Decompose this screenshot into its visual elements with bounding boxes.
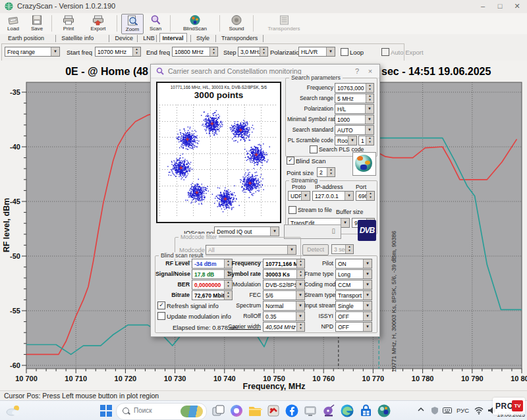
tab-lnb[interactable]: LNB <box>140 34 157 42</box>
rdp-icon[interactable] <box>303 404 318 418</box>
transponders-button[interactable]: Transponders <box>258 14 310 33</box>
stream-type-select[interactable]: Transport▼ <box>335 290 372 300</box>
pl-scramble-code-value-input[interactable]: 1▲▼ <box>358 136 374 145</box>
detect-interval-input[interactable]: 3 sec▲▼ <box>331 244 354 254</box>
spinner-buttons[interactable]: ▲▼ <box>209 47 217 56</box>
spinner-buttons[interactable]: ▲▼ <box>132 47 140 56</box>
spectrum-select[interactable]: Normal▼ <box>263 301 305 311</box>
constellation-points-count: 3000 points <box>157 90 280 100</box>
tab-transponders[interactable]: Transponders <box>219 34 260 42</box>
crazyscan-icon[interactable] <box>266 404 281 418</box>
frequency-input[interactable]: 10763,000 MHz▲▼ <box>335 83 374 93</box>
crazycat-icon[interactable] <box>377 404 391 418</box>
blind-scan-label: Blind Scan <box>296 157 325 165</box>
fec-select[interactable]: 5/6▼ <box>263 290 305 300</box>
auto-export-checkbox[interactable] <box>381 48 389 56</box>
modcode-select[interactable]: All▼ <box>206 245 296 255</box>
input-stream-select[interactable]: Single▼ <box>335 301 372 311</box>
wifi-icon[interactable] <box>474 406 484 416</box>
group-legend: Streaming <box>289 177 319 184</box>
loop-checkbox[interactable] <box>341 48 348 56</box>
tab-separator <box>190 35 191 42</box>
freq-range-select[interactable]: Freq range▼ <box>5 47 60 57</box>
keyboard-icon[interactable] <box>443 406 452 416</box>
tray-shield-icon[interactable] <box>431 406 440 416</box>
tab-interval[interactable]: Interval <box>159 33 187 42</box>
search-range-input[interactable]: 5 MHz▲▼ <box>335 93 374 103</box>
window-titlebar: CrazyScan - Version 1.0.2.190 – □ ✕ <box>0 0 527 14</box>
close-button[interactable]: ✕ <box>510 1 524 12</box>
ip-address-select[interactable]: 127.0.0.1▼ <box>312 191 354 201</box>
maximize-button[interactable]: □ <box>493 1 507 12</box>
copilot-icon[interactable] <box>229 404 244 418</box>
crazycat-icon-button[interactable] <box>352 152 376 176</box>
explorer-icon[interactable] <box>248 404 262 418</box>
update-modulation-checkbox[interactable] <box>157 312 165 320</box>
frame-type-select[interactable]: Long▼ <box>335 269 372 279</box>
constellation-header: 10771,166 MHz, H/L, 30003 Ks, DVB-S2/8PS… <box>157 85 280 90</box>
carrier-search-dialog: Carrier search and Constellation monitor… <box>150 64 380 337</box>
proto-select[interactable]: UDP▼ <box>288 191 310 201</box>
polarization-select[interactable]: H/L▼ <box>335 104 374 114</box>
rolloff-select[interactable]: 0.35▼ <box>263 311 305 321</box>
load-button[interactable]: Load <box>3 14 24 33</box>
taskview-icon[interactable] <box>211 404 225 418</box>
symbol-rate-input[interactable]: 30003 Ks▲▼ <box>263 269 305 279</box>
stream-to-file-checkbox[interactable] <box>289 206 296 214</box>
save-button[interactable]: Save <box>26 14 47 33</box>
store-icon[interactable] <box>358 404 373 418</box>
tab-satellite-info[interactable]: Satellite info <box>59 34 96 42</box>
end-freq-input[interactable]: 10800 MHz▲▼ <box>172 47 218 57</box>
refresh-signal-checkbox[interactable]: ✓ <box>157 302 165 309</box>
svg-text:-50: -50 <box>10 252 20 260</box>
polarization-select[interactable]: HL/VR▼ <box>298 47 335 57</box>
scan-button[interactable]: Scan <box>145 14 166 33</box>
satellite-icon[interactable] <box>321 404 336 418</box>
dvb-logo: DVB <box>358 220 376 241</box>
search-input[interactable]: Поиск <box>116 403 207 420</box>
protv-promo-overlay[interactable]: PRO TV <box>493 398 525 415</box>
result-label: Spectrum <box>217 302 261 309</box>
tab-device[interactable]: Device <box>112 34 136 42</box>
pilot-select[interactable]: ON▼ <box>335 259 372 269</box>
search-pls-checkbox[interactable] <box>310 145 318 153</box>
blind-scan-checkbox[interactable]: ✓ <box>287 157 294 165</box>
minimal-symbol-rate-select[interactable]: 1000▼ <box>335 115 374 124</box>
iqscan-select[interactable]: Demod IQ out▼ <box>214 226 279 236</box>
start-freq-input[interactable]: 10700 MHz▲▼ <box>95 47 141 57</box>
sound-button[interactable]: Sound <box>224 14 249 33</box>
language-indicator[interactable]: РУС <box>457 407 469 414</box>
pl-scramble-code-select[interactable]: Root▼ <box>335 136 357 145</box>
tab-earth-position[interactable]: Earth position <box>5 34 47 42</box>
edge-icon[interactable] <box>340 404 354 418</box>
carrier-width-input[interactable]: 40,504 MHz▲▼ <box>263 322 305 332</box>
facebook-icon[interactable] <box>285 404 299 418</box>
start-icon[interactable] <box>99 404 113 418</box>
svg-text:10 740: 10 740 <box>213 375 236 382</box>
dialog-close-button[interactable]: × <box>365 66 375 76</box>
step-input[interactable]: 3,0 MHz▲▼ <box>238 47 268 57</box>
npd-select[interactable]: OFF▼ <box>335 322 372 332</box>
coding-mode-select[interactable]: CCM▼ <box>335 280 372 290</box>
zoom-button[interactable]: Zoom <box>121 14 144 34</box>
point-size-input[interactable]: 2▲▼ <box>317 167 335 177</box>
port-input[interactable]: 6969▲▼ <box>356 191 375 201</box>
modulation-select[interactable]: DVB-S2/8PSK▼ <box>263 280 305 290</box>
blindscan-button[interactable]: BlindScan <box>175 14 215 33</box>
spinner-buttons[interactable]: ▲▼ <box>327 168 335 176</box>
chevron-up-icon[interactable] <box>417 406 426 416</box>
search-standard-select[interactable]: AUTO▼ <box>335 125 374 135</box>
minimize-button[interactable]: – <box>476 1 490 12</box>
print-button[interactable]: Print <box>56 14 81 33</box>
end-freq-label: End freq <box>146 49 170 56</box>
export-button[interactable]: Export <box>84 14 113 33</box>
spinner-buttons[interactable]: ▲▼ <box>260 47 267 56</box>
search-highlight-image[interactable] <box>180 406 203 417</box>
frequency-input[interactable]: 10771,166 MH▲▼ <box>263 259 305 269</box>
detect-button[interactable]: Detect <box>302 244 329 255</box>
search-parameters-group: Search parameters Frequency10763,000 MHz… <box>285 78 377 157</box>
weather-icon[interactable] <box>5 405 21 416</box>
help-button[interactable]: ? <box>352 66 362 76</box>
tab-style[interactable]: Style <box>194 34 212 42</box>
issyi-select[interactable]: OFF▼ <box>335 311 372 321</box>
